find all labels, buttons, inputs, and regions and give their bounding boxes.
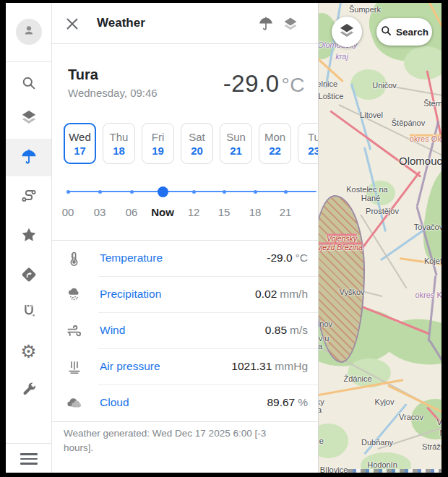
time-label: 18: [249, 206, 262, 218]
map-label: Štěpánov: [392, 119, 425, 127]
time-label-now: Now: [151, 206, 174, 218]
time-tick: [98, 190, 102, 194]
map-label: Kojetín: [424, 257, 441, 265]
weather-panel: Weather Tura Wednesday, 09:46 -29.0°C We…: [52, 3, 319, 473]
map-label: a: [319, 405, 322, 414]
time-label: 06: [126, 206, 138, 218]
wind-icon: [66, 322, 83, 340]
day-card-sat[interactable]: Sat20: [181, 123, 213, 164]
map-label: Hané: [361, 194, 380, 202]
umbrella-icon[interactable]: [257, 15, 275, 33]
map-search-label: Search: [396, 27, 428, 38]
time-label: 15: [218, 206, 231, 218]
map-label: M: [439, 429, 441, 437]
map-label: újezd Březina: [319, 243, 363, 245]
sidebar-item-directions[interactable]: [6, 180, 51, 212]
time-label: 21: [280, 206, 292, 218]
panel-title: Weather: [97, 16, 145, 30]
map-label: Litovel: [360, 111, 383, 119]
sidebar-divider: [6, 61, 51, 62]
sidebar: ⚙: [6, 3, 52, 473]
location-datetime: Wednesday, 09:46: [68, 87, 158, 99]
location-name: Tura: [68, 66, 98, 83]
time-tick: [223, 190, 226, 194]
time-tick: [192, 190, 196, 194]
day-card-wed[interactable]: Wed17: [64, 123, 96, 164]
map-label: Kyjov: [375, 398, 395, 406]
metric-row-temperature: Temperature -29.0°C: [52, 241, 318, 277]
sidebar-item-tracking[interactable]: [6, 296, 51, 327]
map-label: Tovačov: [414, 223, 441, 231]
map-label: Prostějov: [366, 207, 399, 215]
metric-row-wind: Wind 0.85m/s: [52, 313, 318, 349]
map-label: a: [319, 342, 322, 351]
metric-row-precipitation: Precipitation 0.02mm/h: [52, 277, 318, 313]
map-search-button[interactable]: Search: [376, 18, 432, 46]
map-label: Hodonín: [367, 460, 397, 469]
day-card-sun[interactable]: Sun21: [220, 123, 252, 164]
map-label: ce: [319, 437, 324, 445]
search-icon: [380, 25, 392, 40]
navigation-icon: [20, 265, 38, 284]
map-label: Mohelnice: [319, 80, 337, 88]
sidebar-item-menu[interactable]: [6, 443, 51, 473]
weather-generated-note: Weather generated: Wed Dec 17 2025 6:00 …: [64, 426, 284, 455]
map-label: Vyškov: [339, 288, 364, 296]
time-label: 00: [62, 206, 74, 218]
current-temperature: -29.0°C: [223, 70, 305, 98]
map-label: Loštice: [319, 92, 343, 100]
map-label: Olomouc: [399, 155, 441, 167]
layers-icon: [20, 108, 38, 126]
day-card-thu[interactable]: Thu18: [103, 123, 135, 164]
umbrella-icon: [20, 147, 38, 166]
day-card-tue[interactable]: Tu23: [298, 123, 319, 164]
time-tick: [66, 190, 70, 194]
search-icon: [20, 74, 38, 92]
divider: [52, 421, 318, 422]
sidebar-item-configure[interactable]: [6, 374, 51, 405]
person-icon: [21, 22, 37, 41]
map-label: Ždánice: [343, 374, 371, 383]
pressure-icon: [66, 358, 83, 376]
map-label: Kostelec na: [346, 185, 387, 194]
panel-header: Weather: [52, 3, 318, 44]
layers-icon: [337, 21, 356, 43]
magnet-icon: [20, 303, 38, 320]
time-label: 03: [94, 206, 106, 218]
time-tick: [284, 190, 288, 194]
time-tick: [130, 190, 134, 194]
gear-icon: ⚙: [20, 343, 36, 361]
sidebar-item-weather[interactable]: [6, 141, 51, 173]
map-label: Vracov: [399, 413, 423, 421]
map-label: Dubňany: [361, 438, 393, 447]
metric-row-air-pressure: Air pressure 1021.31mmHg: [52, 349, 318, 385]
thermometer-icon: [66, 250, 83, 267]
sidebar-item-favorites[interactable]: [6, 219, 51, 251]
app-window: ⚙ Weather Tura Wednesday, 09:46: [6, 3, 441, 473]
map-label: Šumperk: [349, 5, 381, 14]
map-label: Šternberk: [423, 99, 441, 108]
time-label: 12: [188, 206, 200, 218]
map-label: inov: [319, 319, 332, 328]
map[interactable]: ŠumperkOlomouckýkrajMohelniceLošticeUnič…: [319, 3, 441, 473]
map-attribution: [348, 469, 441, 473]
sidebar-item-search[interactable]: [6, 67, 51, 99]
sidebar-item-navigation[interactable]: [6, 259, 51, 291]
map-layers-button[interactable]: [332, 17, 362, 47]
day-card-mon[interactable]: Mon22: [259, 123, 291, 164]
cloud-icon: [66, 395, 83, 412]
map-label: Bílovice: [320, 465, 348, 473]
hamburger-icon: [20, 453, 38, 465]
map-label: okres Kro: [415, 291, 441, 299]
wrench-icon: [20, 381, 38, 398]
time-slider-thumb[interactable]: [158, 186, 168, 197]
map-label: Vojenský: [327, 234, 357, 236]
route-icon: [20, 187, 38, 205]
day-card-fri[interactable]: Fri19: [142, 123, 174, 164]
layers-icon[interactable]: [282, 15, 299, 33]
close-icon[interactable]: [64, 15, 81, 33]
map-label: Uničov: [372, 81, 397, 90]
sidebar-item-layers[interactable]: [6, 101, 51, 133]
profile-button[interactable]: [16, 19, 42, 45]
sidebar-item-settings[interactable]: ⚙: [6, 335, 51, 367]
